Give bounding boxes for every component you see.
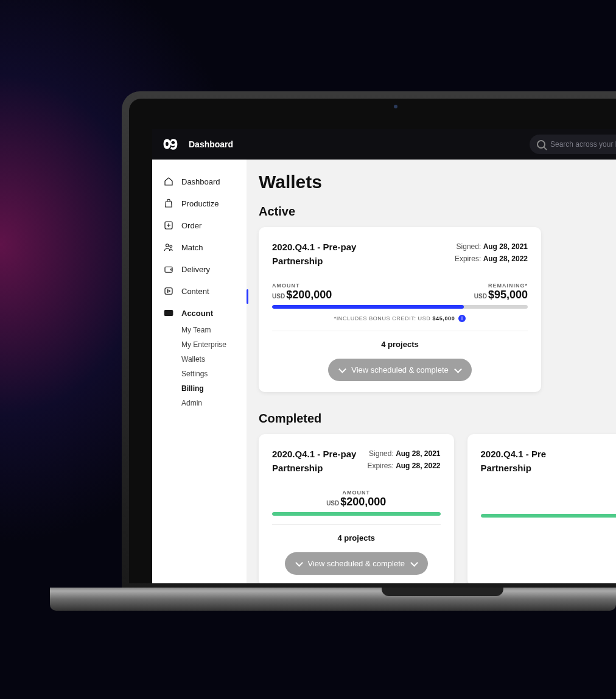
home-icon [163, 176, 174, 187]
box-open-icon [163, 264, 174, 275]
card-icon [163, 307, 174, 318]
progress-fill [481, 514, 617, 518]
progress-bar [272, 305, 528, 309]
sidebar-item-label: Content [181, 287, 209, 296]
laptop-base [50, 588, 616, 611]
bonus-credit-note: *Includes bonus credit: USD $45,000 i [272, 315, 528, 322]
section-active-title: Active [259, 205, 616, 219]
sidebar-item-label: Delivery [181, 265, 210, 274]
sidebar-sub-wallets[interactable]: Wallets [181, 352, 247, 367]
topbar-title: Dashboard [189, 139, 233, 149]
chevron-down-icon [455, 367, 461, 373]
sidebar-item-content[interactable]: Content [152, 280, 247, 302]
bag-icon [163, 198, 174, 209]
search-placeholder: Search across your brand… [550, 140, 616, 149]
page-title: Wallets [259, 172, 616, 192]
amount-block: AMOUNT USD$200,000 [326, 490, 386, 508]
sidebar-item-label: Account [181, 309, 213, 318]
sidebar-item-order[interactable]: Order [152, 214, 247, 236]
chevron-down-icon [411, 561, 417, 567]
wallet-card-active: 2020.Q4.1 - Pre-pay Partnership Signed: … [259, 227, 541, 392]
card-title: 2020.Q4.1 - Pre-pay Partnership [272, 448, 356, 475]
sidebar-sub-billing[interactable]: Billing [181, 381, 247, 396]
projects-count: 4 projects [272, 340, 528, 349]
svg-point-2 [170, 245, 172, 248]
sidebar-item-dashboard[interactable]: Dashboard [152, 170, 247, 192]
view-scheduled-button[interactable]: View scheduled & complete [285, 552, 428, 575]
search-icon [537, 140, 545, 149]
sidebar-sub-settings[interactable]: Settings [181, 367, 247, 381]
svg-point-4 [170, 269, 172, 270]
chevron-down-icon [339, 367, 345, 373]
people-icon [163, 242, 174, 253]
sidebar-sub-admin[interactable]: Admin [181, 396, 247, 410]
logo-icon [163, 138, 180, 151]
svg-point-1 [166, 244, 169, 247]
card-meta: Signed: Aug 28, 2021 Expires: Aug 28, 20… [367, 448, 440, 475]
topbar: Dashboard Search across your brand… [152, 129, 616, 160]
app-window: Dashboard Search across your brand… Dash… [152, 129, 616, 583]
svg-rect-5 [165, 288, 172, 295]
laptop-frame: Dashboard Search across your brand… Dash… [122, 91, 616, 591]
sidebar-item-productize[interactable]: Productize [152, 192, 247, 214]
sidebar-item-match[interactable]: Match [152, 236, 247, 258]
section-completed-title: Completed [259, 412, 616, 426]
wallet-card-completed: 2020.Q4.1 - Pre-pay Partnership Signed: … [259, 434, 454, 583]
sidebar: Dashboard Productize Order [152, 160, 247, 583]
progress-bar [481, 514, 617, 518]
search-input[interactable]: Search across your brand… [530, 135, 616, 154]
sidebar-item-account[interactable]: Account [152, 302, 247, 324]
svg-rect-3 [165, 267, 172, 272]
progress-fill [272, 305, 464, 309]
sidebar-item-label: Match [181, 243, 203, 252]
progress-fill [272, 512, 441, 516]
info-icon[interactable]: i [458, 315, 466, 322]
amount-block: AMOUNT USD$200,000 [272, 283, 332, 301]
svg-rect-6 [164, 311, 173, 316]
projects-count: 4 projects [272, 533, 441, 543]
progress-bar [272, 512, 441, 516]
plus-box-icon [163, 220, 174, 231]
card-title: 2020.Q4.1 - Pre Partnership [481, 448, 547, 475]
sidebar-item-delivery[interactable]: Delivery [152, 258, 247, 280]
play-box-icon [163, 286, 174, 297]
remaining-block: REMAINING* USD$95,000 [474, 283, 528, 301]
card-meta: Signed: Aug 28, 2021 Expires: Aug 28, 20… [455, 241, 528, 268]
sidebar-sub-my-enterprise[interactable]: My Enterprise [181, 337, 247, 352]
card-title: 2020.Q4.1 - Pre-pay Partnership [272, 241, 356, 268]
chevron-down-icon [296, 561, 302, 567]
sidebar-item-label: Order [181, 221, 201, 230]
sidebar-item-label: Productize [181, 199, 219, 208]
sidebar-item-label: Dashboard [181, 177, 220, 186]
wallet-card-completed: 2020.Q4.1 - Pre Partnership [467, 434, 617, 583]
main-content: Wallets Active 2020.Q4.1 - Pre-pay Partn… [247, 160, 616, 583]
sidebar-sub-my-team[interactable]: My Team [181, 323, 247, 337]
view-scheduled-button[interactable]: View scheduled & complete [328, 359, 471, 381]
camera-dot [394, 105, 397, 108]
